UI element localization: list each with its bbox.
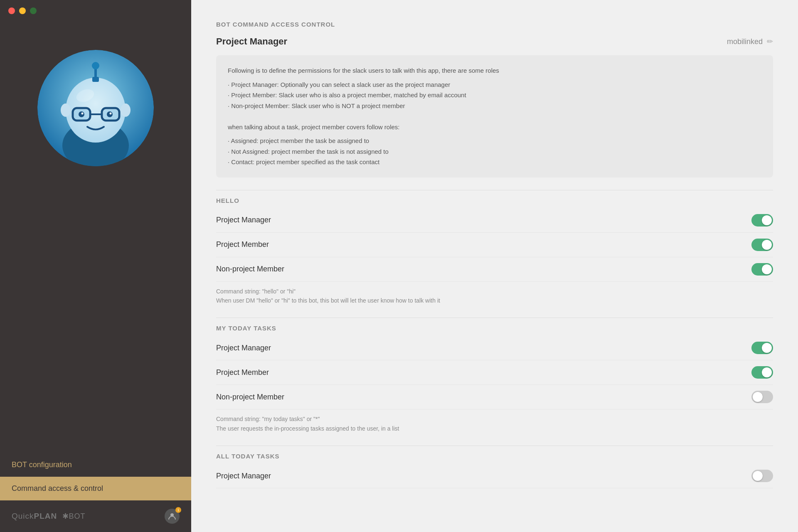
toggle-knob [753,471,763,481]
toggle-label-hello-pm: Project Manager [216,216,271,224]
svg-point-18 [110,113,112,115]
sidebar-item-command-access[interactable]: Command access & control [0,477,191,500]
user-notification-badge: 1 [175,507,181,513]
toggle-knob [762,367,772,377]
toggle-hello-pm[interactable] [751,214,773,227]
user-avatar[interactable]: 1 [165,509,180,524]
minimize-button[interactable] [19,7,26,14]
traffic-lights [8,7,37,14]
toggle-row-hello-member: Project Member [216,233,773,257]
svg-point-16 [107,111,113,117]
role-item: Project Member: Slack user who is also a… [228,90,761,101]
task-role-item: Assigned: project member the task be ass… [228,135,761,146]
project-name: Project Manager [216,36,287,47]
toggle-mtt-member[interactable] [751,366,773,379]
workspace-info: mobilinked ✏ [727,37,773,46]
toggle-hello-nonmember[interactable] [751,263,773,276]
command-desc-hello: Command string: "hello" or "hi" When use… [216,282,773,314]
task-role-item: Contact: project member specified as the… [228,157,761,167]
toggle-knob [762,240,772,250]
toggle-hello-member[interactable] [751,239,773,251]
toggle-knob [762,264,772,274]
command-desc-mtt: Command string: "my today tasks" or "*" … [216,409,773,441]
command-title-hello: HELLO [216,190,773,208]
toggle-row-mtt-member: Project Member [216,360,773,385]
svg-point-15 [79,111,84,117]
maximize-button[interactable] [30,7,37,14]
toggle-label-att-pm: Project Manager [216,472,271,480]
svg-point-17 [81,113,84,115]
close-button[interactable] [8,7,15,14]
edit-icon[interactable]: ✏ [767,37,773,46]
toggle-knob [762,343,772,353]
toggle-knob [753,392,763,402]
toggle-label-mtt-pm: Project Manager [216,344,271,352]
toggle-row-hello-pm: Project Manager [216,208,773,233]
toggle-label-hello-nonmember: Non-project Member [216,265,284,273]
role-item: Non-project Member: Slack user who is NO… [228,101,761,111]
toggle-att-pm[interactable] [751,470,773,482]
toggle-label-mtt-member: Project Member [216,368,269,377]
toggle-mtt-pm[interactable] [751,342,773,354]
bot-avatar [37,50,154,166]
page-section-title: BOT COMMAND ACCESS CONTROL [216,21,773,28]
command-title-att: ALL TODAY TASKS [216,446,773,464]
sidebar-footer: QuickPLAN ✱BOT 1 [0,500,191,532]
description-block: Following is to define the permissions f… [216,55,773,177]
workspace-name: mobilinked [727,37,763,46]
svg-point-6 [121,103,131,117]
toggle-mtt-nonmember[interactable] [751,391,773,403]
command-section-my-today-tasks: MY TODAY TASKS Project Manager Project M… [216,318,773,441]
command-title-mtt: MY TODAY TASKS [216,318,773,336]
toggle-row-mtt-pm: Project Manager [216,336,773,360]
task-intro: when talking about a task, project membe… [228,122,761,133]
svg-point-5 [61,103,71,117]
main-content: BOT COMMAND ACCESS CONTROL Project Manag… [191,0,798,532]
role-item: Project Manager: Optionally you can sele… [228,79,761,90]
task-role-item: Not Assigned: project member the task is… [228,146,761,157]
roles-list: Project Manager: Optionally you can sele… [228,79,761,111]
app-logo: QuickPLAN ✱BOT [12,512,86,521]
toggle-row-mtt-nonmember: Non-project Member [216,385,773,409]
project-header: Project Manager mobilinked ✏ [216,36,773,47]
sidebar-item-bot-configuration[interactable]: BOT configuration [0,453,191,477]
command-section-all-today-tasks: ALL TODAY TASKS Project Manager [216,446,773,488]
toggle-label-mtt-nonmember: Non-project Member [216,393,284,401]
toggle-knob [762,215,772,225]
sidebar-nav: BOT configuration Command access & contr… [0,453,191,532]
command-section-hello: HELLO Project Manager Project Member Non… [216,190,773,314]
toggle-row-att-pm: Project Manager [216,464,773,488]
sidebar: BOT configuration Command access & contr… [0,0,191,532]
description-intro: Following is to define the permissions f… [228,65,761,76]
toggle-label-hello-member: Project Member [216,240,269,249]
svg-point-9 [92,62,99,69]
task-roles-list: Assigned: project member the task be ass… [228,135,761,167]
toggle-row-hello-nonmember: Non-project Member [216,257,773,282]
